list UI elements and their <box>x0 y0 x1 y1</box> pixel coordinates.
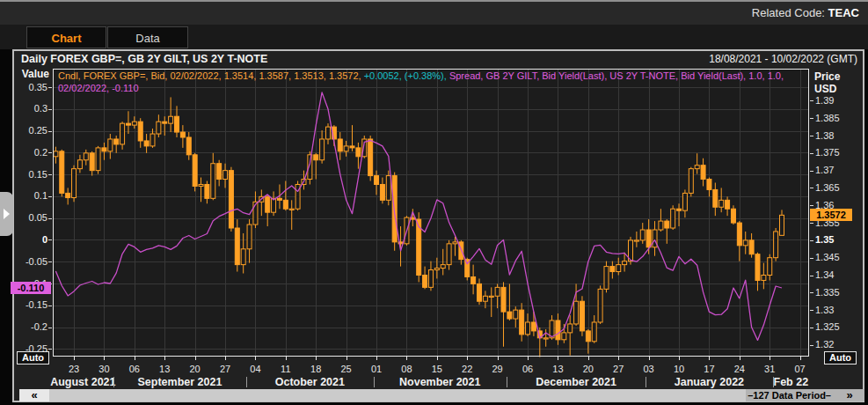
candle-body <box>562 333 566 340</box>
scrollbar-thumb[interactable] <box>49 389 746 401</box>
candle-body <box>235 228 239 265</box>
candle-body <box>707 180 711 190</box>
right-axis-tick-mark <box>810 205 813 206</box>
candle-body <box>726 200 730 209</box>
x-axis-tick-label: 08 <box>394 364 419 374</box>
left-axis-tick-label: 0.25 <box>5 125 47 136</box>
candle-body <box>368 139 373 176</box>
x-axis-tick-label: 11 <box>274 364 298 374</box>
right-axis-title-line1: Price <box>814 70 840 83</box>
right-axis-tick-mark <box>810 223 813 224</box>
left-axis-tick-label: 0.3 <box>5 103 47 114</box>
chart-date-range: 18/08/2021 - 10/02/2022 (GMT) <box>709 53 857 65</box>
chart-title: Daily FOREX GBP=, GB 2Y GILT, US 2Y T-NO… <box>21 53 267 65</box>
month-separator <box>246 377 247 387</box>
scroll-left-button[interactable]: « <box>19 389 49 401</box>
left-axis-auto-button[interactable]: Auto <box>17 351 49 364</box>
right-axis-tick-label: 1.34 <box>815 269 856 281</box>
month-label: Feb 22 <box>729 376 852 388</box>
candle-body <box>520 310 524 335</box>
candle-body <box>471 276 476 284</box>
candle-body <box>514 310 518 319</box>
candle-body <box>762 276 766 281</box>
related-code-value: TEAC <box>828 6 859 19</box>
time-scrollbar[interactable]: « –127 Data Period– » <box>19 389 864 401</box>
month-separator <box>507 377 507 387</box>
right-axis-title-line2: USD <box>814 83 840 95</box>
candle-body <box>495 287 500 296</box>
x-axis-tick-label: 27 <box>213 364 237 374</box>
right-axis-tick-label: 1.325 <box>815 321 856 333</box>
x-axis-tick-label: 24 <box>727 364 752 374</box>
candle-body <box>223 171 228 180</box>
x-axis-tick-label: 10 <box>667 364 691 374</box>
candle-body <box>350 146 354 148</box>
x-axis-tick-label: 03 <box>637 364 661 374</box>
candle-body <box>272 198 276 212</box>
right-axis-tick-mark <box>810 310 813 311</box>
right-axis-tick-label: 1.375 <box>815 147 856 158</box>
candle-body <box>677 209 682 210</box>
right-axis-tick-label: 1.32 <box>815 339 856 350</box>
candle-body <box>163 122 167 123</box>
candle-body <box>556 320 560 340</box>
x-axis-tick-label: 31 <box>757 364 782 374</box>
candle-body <box>314 155 318 160</box>
right-axis-tick-label: 1.345 <box>815 252 856 263</box>
right-axis-tick-label: 1.39 <box>815 95 856 107</box>
candle-body <box>526 322 530 335</box>
candle-body <box>423 276 427 288</box>
candle-body <box>266 196 270 212</box>
tab-chart[interactable]: Chart <box>26 26 106 48</box>
right-axis-tick-mark <box>810 153 813 154</box>
right-axis-tick-mark <box>810 328 813 328</box>
left-axis-tick-label: 0 <box>5 234 47 246</box>
right-axis-auto-button[interactable]: Auto <box>824 351 857 364</box>
candle-body <box>543 338 548 339</box>
left-axis-tick-mark <box>48 87 52 88</box>
candle-body <box>217 164 222 180</box>
candle-body <box>54 151 58 157</box>
chart-plot-area[interactable] <box>53 69 809 361</box>
left-axis-tick-mark <box>48 306 52 306</box>
candle-body <box>749 240 754 254</box>
candle-body <box>338 139 342 151</box>
candle-body <box>199 184 203 186</box>
candle-body <box>386 176 390 201</box>
left-axis-tick-label: -0.15 <box>5 299 47 311</box>
left-axis-tick-mark <box>48 218 52 219</box>
right-axis-tick-mark <box>810 276 813 276</box>
side-panel-handle[interactable] <box>0 192 13 236</box>
candle-body <box>501 287 506 312</box>
candle-body <box>768 258 772 276</box>
candle-body <box>247 225 252 249</box>
candle-body <box>531 322 536 331</box>
left-axis-tick-mark <box>48 261 52 262</box>
candle-body <box>447 244 451 265</box>
tab-data[interactable]: Data <box>107 26 188 48</box>
candle-body <box>592 322 596 342</box>
right-axis-tick-mark <box>810 240 813 241</box>
candle-body <box>277 198 281 200</box>
candle-body <box>682 193 687 210</box>
candle-body <box>193 155 197 187</box>
candle-body <box>326 127 331 139</box>
x-axis-tick-label: 07 <box>788 364 813 374</box>
candle-body <box>434 269 439 270</box>
candle-body <box>84 153 88 160</box>
right-axis-tick-mark <box>810 345 813 346</box>
candle-body <box>96 148 100 171</box>
candle-body <box>175 116 179 132</box>
scroll-right-button[interactable]: » <box>836 389 863 401</box>
top-bar: Related Code: TEAC <box>0 0 868 25</box>
right-axis-title: Price USD <box>814 70 840 95</box>
related-code-label: Related Code: <box>752 6 825 19</box>
right-axis-tick-mark <box>810 171 813 172</box>
candle-body <box>356 148 361 157</box>
candle-body <box>72 169 77 198</box>
left-axis-tick-mark <box>48 349 52 350</box>
candle-body <box>344 146 348 151</box>
left-axis-tick-mark <box>48 328 52 328</box>
month-separator <box>646 377 646 387</box>
month-label: November 2021 <box>378 376 501 388</box>
